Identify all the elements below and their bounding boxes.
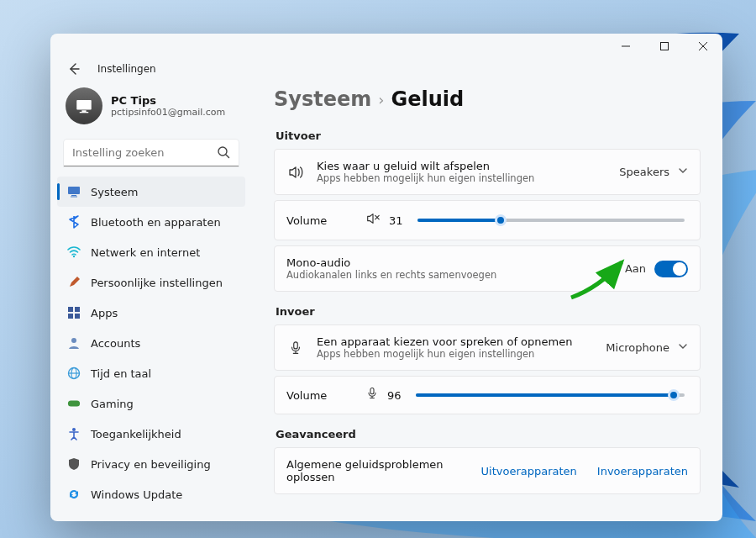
section-advanced-heading: Geavanceerd [276,428,699,440]
sidebar-item-access[interactable]: Toegankelijkheid [57,419,245,449]
svg-rect-15 [68,307,73,312]
search-icon [217,145,230,162]
svg-rect-8 [80,112,89,113]
output-volume-label: Volume [286,214,354,227]
mono-audio-row: Mono-audio Audiokanalen links en rechts … [274,245,701,292]
sidebar-item-label: Accounts [91,337,140,350]
search-input[interactable] [64,140,239,166]
microphone-icon [286,340,305,356]
maximize-button[interactable] [645,34,684,59]
output-volume-row: Volume 31 [274,200,701,240]
mono-audio-state: Aan [625,262,646,275]
sidebar-item-label: Toegankelijkheid [91,428,181,440]
wifi-icon [67,245,81,259]
mono-audio-subtitle: Audiokanalen links en rechts samenvoegen [286,269,613,281]
sidebar-item-bluetooth[interactable]: Bluetooth en apparaten [57,207,245,237]
output-volume-slider[interactable] [417,219,685,222]
svg-rect-12 [71,195,76,196]
access-icon [67,427,81,440]
account-icon [67,336,81,350]
input-volume-row: Volume 96 [274,376,701,414]
titlebar [50,34,722,59]
close-button[interactable] [684,34,722,59]
input-volume-label: Volume [286,389,354,402]
section-input-heading: Invoer [276,305,699,318]
svg-rect-11 [68,187,80,194]
sidebar-item-brush[interactable]: Persoonlijke instellingen [57,267,245,298]
profile-email: pctipsinfo01@gmail.com [111,107,225,118]
sidebar-item-account[interactable]: Accounts [57,328,245,358]
profile[interactable]: PC Tips pctipsinfo01@gmail.com [57,84,245,133]
settings-window: Instellingen PC Tips pctipsinfo01@gmail.… [50,34,722,521]
sidebar-item-label: Privacy en beveiliging [91,458,211,471]
output-volume-value: 31 [389,214,406,227]
sidebar-item-label: Persoonlijke instellingen [91,277,223,289]
breadcrumb-parent[interactable]: Systeem [274,87,371,111]
monitor-icon [67,185,81,198]
sidebar-item-label: Apps [91,307,118,319]
svg-point-24 [72,428,76,431]
svg-line-10 [226,155,229,158]
sidebar-item-globe[interactable]: Tijd en taal [57,358,245,388]
profile-name: PC Tips [111,94,225,107]
svg-rect-23 [68,400,80,406]
sidebar-item-monitor[interactable]: Systeem [57,177,245,207]
shield-icon [67,457,81,471]
svg-rect-28 [370,388,374,394]
input-device-subtitle: Apps hebben mogelijk hun eigen instellin… [317,348,594,360]
sidebar-item-gaming[interactable]: Gaming [57,388,245,419]
svg-rect-7 [81,110,86,112]
output-device-title: Kies waar u geluid wilt afspelen [317,160,607,172]
sidebar-item-apps[interactable]: Apps [57,298,245,328]
svg-rect-2 [661,43,669,50]
mono-audio-title: Mono-audio [286,256,613,269]
mute-icon[interactable] [365,211,381,229]
sidebar-item-label: Windows Update [91,488,182,501]
speaker-icon [286,164,305,181]
sidebar: PC Tips pctipsinfo01@gmail.com SysteemBl… [50,84,252,521]
section-output-heading: Uitvoer [276,129,699,142]
globe-icon [67,367,81,380]
input-device-title: Een apparaat kiezen voor spreken of opne… [317,335,594,348]
sidebar-item-wifi[interactable]: Netwerk en internet [57,237,245,267]
troubleshoot-row: Algemene geluidsproblemen oplossen Uitvo… [274,447,701,494]
brush-icon [67,276,81,289]
svg-rect-27 [294,341,298,348]
sidebar-item-label: Systeem [91,186,138,198]
output-device-row[interactable]: Kies waar u geluid wilt afspelen Apps he… [274,149,701,195]
troubleshoot-title: Algemene geluidsproblemen oplossen [286,458,470,483]
update-icon [67,488,81,501]
input-volume-slider[interactable] [416,393,685,397]
mono-audio-toggle[interactable] [654,261,688,277]
back-button[interactable] [64,59,84,79]
svg-point-19 [71,338,76,343]
avatar [66,87,102,124]
minimize-button[interactable] [606,34,645,59]
gaming-icon [67,397,81,410]
output-device-value: Speakers [619,166,669,178]
chevron-down-icon [678,341,688,354]
svg-rect-13 [71,197,77,198]
main-content: Systeem › Geluid Uitvoer Kies waar u gel… [252,84,722,521]
microphone-icon[interactable] [365,387,379,404]
output-device-subtitle: Apps hebben mogelijk hun eigen instellin… [317,172,607,184]
svg-rect-6 [76,100,92,109]
input-volume-value: 96 [387,389,404,402]
input-device-row[interactable]: Een apparaat kiezen voor spreken of opne… [274,324,701,371]
svg-rect-17 [68,314,73,319]
apps-icon [67,306,81,319]
troubleshoot-input-link[interactable]: Invoerapparaten [597,465,688,477]
svg-point-14 [73,256,75,257]
troubleshoot-output-link[interactable]: Uitvoerapparaten [481,465,577,477]
sidebar-item-shield[interactable]: Privacy en beveiliging [57,449,245,479]
app-title: Instellingen [97,63,156,75]
svg-rect-18 [75,314,80,319]
svg-rect-16 [75,307,80,312]
chevron-right-icon: › [378,91,384,108]
bluetooth-icon [67,215,81,229]
breadcrumb-current: Geluid [391,87,464,111]
sidebar-item-update[interactable]: Windows Update [57,479,245,509]
sidebar-item-label: Bluetooth en apparaten [91,216,221,229]
svg-point-9 [218,147,227,156]
breadcrumb: Systeem › Geluid [274,84,701,123]
